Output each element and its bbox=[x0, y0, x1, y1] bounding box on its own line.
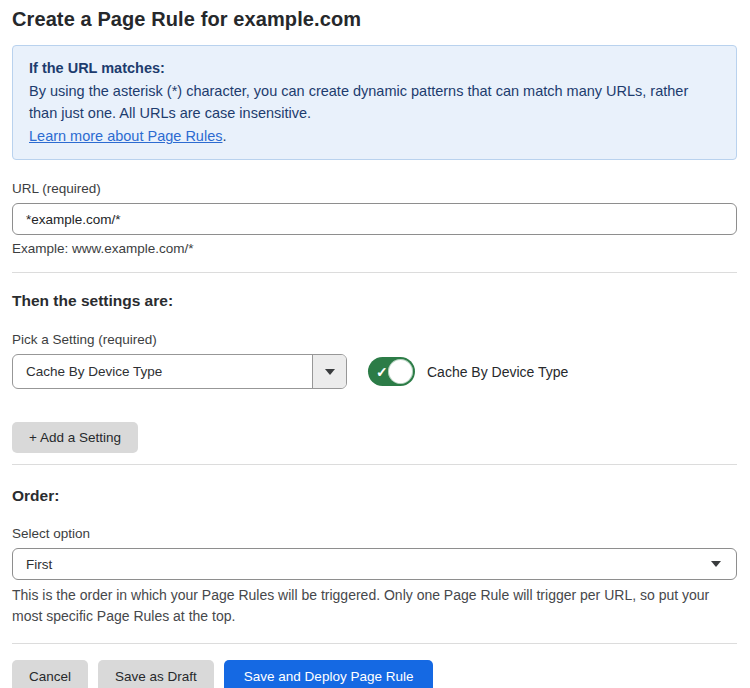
add-setting-button[interactable]: + Add a Setting bbox=[12, 422, 138, 453]
order-select[interactable]: First bbox=[12, 548, 737, 580]
setting-row: Cache By Device Type ✓ Cache By Device T… bbox=[12, 354, 737, 389]
setting-dropdown-value: Cache By Device Type bbox=[13, 355, 312, 388]
order-helper-text: This is the order in which your Page Rul… bbox=[12, 585, 732, 627]
url-label: URL (required) bbox=[12, 181, 737, 196]
setting-dropdown[interactable]: Cache By Device Type bbox=[12, 354, 347, 389]
url-input[interactable] bbox=[12, 203, 737, 235]
check-icon: ✓ bbox=[376, 365, 388, 379]
chevron-down-icon bbox=[325, 369, 335, 375]
link-suffix: . bbox=[222, 128, 226, 144]
chevron-down-icon bbox=[711, 561, 721, 567]
divider-settings bbox=[12, 272, 737, 273]
toggle-label: Cache By Device Type bbox=[427, 364, 568, 380]
settings-heading: Then the settings are: bbox=[12, 292, 737, 310]
divider-order bbox=[12, 464, 737, 465]
cache-device-toggle[interactable]: ✓ bbox=[368, 357, 415, 386]
url-example-helper: Example: www.example.com/* bbox=[12, 241, 737, 256]
order-heading: Order: bbox=[12, 487, 737, 505]
save-draft-button[interactable]: Save as Draft bbox=[98, 660, 214, 688]
create-page-rule-form: Create a Page Rule for example.com If th… bbox=[0, 0, 750, 688]
cancel-button[interactable]: Cancel bbox=[12, 660, 88, 688]
info-box-link-line: Learn more about Page Rules. bbox=[29, 125, 720, 147]
info-box-body: By using the asterisk (*) character, you… bbox=[29, 80, 719, 124]
pick-setting-label: Pick a Setting (required) bbox=[12, 332, 737, 347]
toggle-knob bbox=[388, 359, 413, 384]
page-title: Create a Page Rule for example.com bbox=[12, 8, 737, 31]
url-match-info-box: If the URL matches: By using the asteris… bbox=[12, 45, 737, 160]
url-section: URL (required) Example: www.example.com/… bbox=[12, 181, 737, 256]
learn-more-link[interactable]: Learn more about Page Rules bbox=[29, 128, 222, 144]
save-deploy-button[interactable]: Save and Deploy Page Rule bbox=[224, 660, 434, 688]
footer-actions: Cancel Save as Draft Save and Deploy Pag… bbox=[12, 644, 737, 688]
info-box-heading: If the URL matches: bbox=[29, 57, 720, 79]
select-option-label: Select option bbox=[12, 526, 737, 541]
setting-dropdown-arrow-button[interactable] bbox=[312, 355, 346, 388]
order-select-value: First bbox=[26, 557, 52, 572]
